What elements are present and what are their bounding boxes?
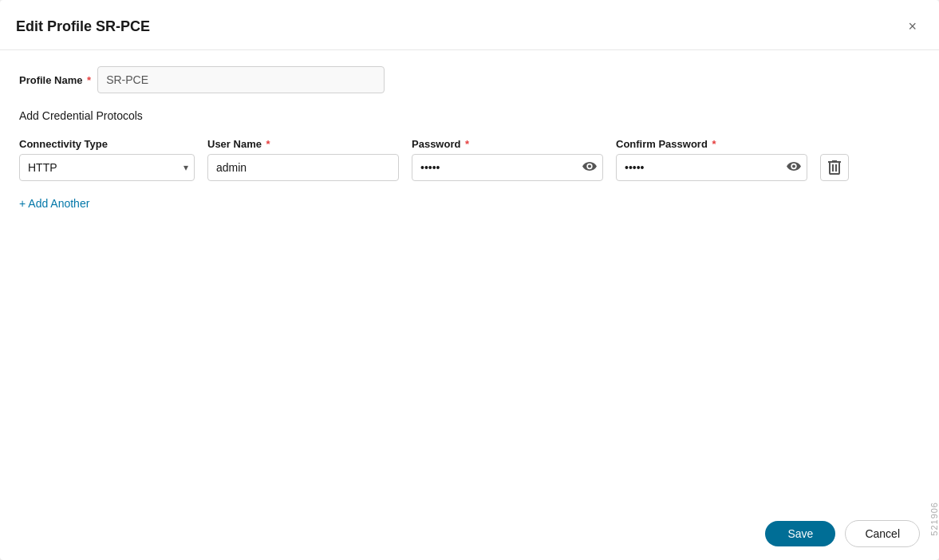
password-toggle-icon[interactable] (582, 161, 597, 174)
confirm-password-wrapper (616, 154, 807, 181)
profile-name-group: Profile Name * (19, 74, 91, 86)
profile-name-row: Profile Name * (19, 66, 920, 93)
add-another-button[interactable]: + Add Another (19, 197, 89, 210)
required-indicator-confirm: * (709, 138, 716, 150)
confirm-password-toggle-icon[interactable] (787, 161, 801, 174)
password-input[interactable] (412, 154, 603, 181)
password-group: Password * (412, 138, 603, 181)
modal-footer: Save Cancel (0, 507, 939, 560)
confirm-password-group: Confirm Password * (616, 138, 807, 181)
password-wrapper (412, 154, 603, 181)
modal-dialog: Edit Profile SR-PCE × Profile Name * Add… (0, 0, 939, 560)
cancel-button[interactable]: Cancel (845, 520, 920, 547)
profile-name-label: Profile Name * (19, 74, 91, 86)
required-indicator-username: * (263, 138, 270, 150)
username-input[interactable] (207, 154, 399, 181)
required-indicator-password: * (462, 138, 469, 150)
connectivity-type-group: Connectivity Type HTTP HTTPS ▾ (19, 138, 195, 181)
connectivity-type-label: Connectivity Type (19, 138, 195, 150)
password-label: Password * (412, 138, 603, 150)
connectivity-type-select[interactable]: HTTP HTTPS (19, 154, 195, 181)
username-group: User Name * (207, 138, 399, 181)
save-button[interactable]: Save (765, 521, 835, 546)
credential-row: Connectivity Type HTTP HTTPS ▾ User Name… (19, 138, 920, 181)
section-title: Add Credential Protocols (19, 109, 920, 122)
close-button[interactable]: × (905, 16, 920, 37)
profile-name-input[interactable] (97, 66, 385, 93)
modal-title: Edit Profile SR-PCE (16, 18, 150, 35)
username-label: User Name * (207, 138, 399, 150)
modal-body: Profile Name * Add Credential Protocols … (0, 50, 939, 560)
required-indicator: * (84, 74, 91, 86)
watermark: 521906 (929, 502, 939, 536)
delete-credential-button[interactable] (820, 154, 849, 181)
confirm-password-input[interactable] (616, 154, 807, 181)
modal-header: Edit Profile SR-PCE × (0, 0, 939, 50)
connectivity-select-wrapper: HTTP HTTPS ▾ (19, 154, 195, 181)
confirm-password-label: Confirm Password * (616, 138, 807, 150)
